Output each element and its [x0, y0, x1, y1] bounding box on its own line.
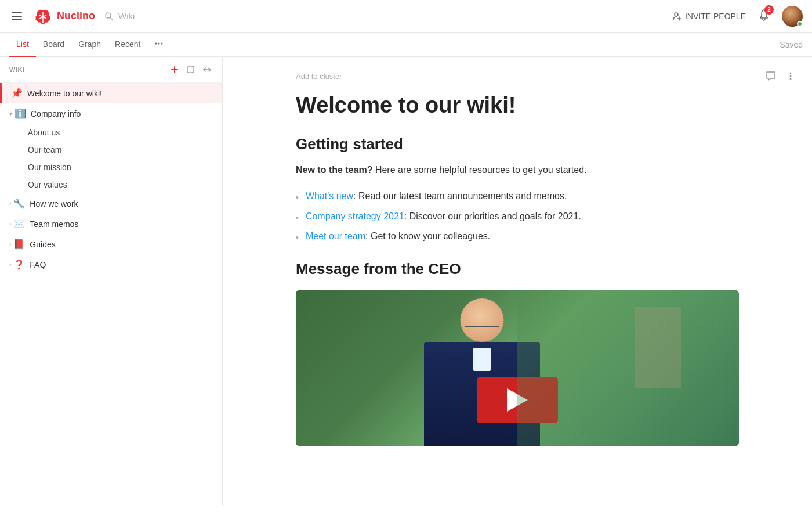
comment-button[interactable]: [763, 69, 778, 86]
sidebar-item-guides[interactable]: › 📕 Guides: [0, 234, 222, 254]
mail-icon: ✉️: [13, 218, 25, 229]
sidebar-item-welcome[interactable]: 📌 Welcome to our wiki!: [0, 83, 222, 103]
list-item: • Meet our team: Get to know your collea…: [296, 226, 739, 246]
chevron-down-icon: ▾: [9, 110, 12, 117]
tabs-more-button[interactable]: [150, 34, 168, 55]
sidebar-item-how-we-work-label: How we work: [30, 199, 204, 208]
meet-team-link[interactable]: Meet our team: [306, 231, 365, 241]
building-overlay: [635, 307, 681, 388]
search-bar[interactable]: Wiki: [104, 11, 135, 21]
content-actions: [763, 69, 798, 86]
intro-text: Here are some helpful resources to get y…: [372, 165, 586, 175]
sidebar-item-our-values-label: Our values: [28, 180, 213, 189]
add-to-cluster[interactable]: Add to cluster: [296, 72, 342, 81]
plus-icon: [170, 65, 179, 74]
sidebar-item-guides-label: Guides: [30, 240, 204, 249]
expand-icon: [186, 65, 195, 74]
invite-icon: [672, 12, 682, 21]
sidebar: WIKI: [0, 57, 223, 506]
sidebar-item-how-we-work[interactable]: › 🔧 How we work: [0, 193, 222, 214]
sidebar-item-team-memos[interactable]: › ✉️ Team memos: [0, 214, 222, 234]
sidebar-add-button[interactable]: [169, 64, 180, 75]
ceo-heading: Message from the CEO: [296, 260, 739, 278]
info-icon: ℹ️: [14, 108, 26, 119]
brain-logo-icon: [34, 8, 52, 24]
tools-icon: 🔧: [13, 198, 25, 209]
sidebar-item-faq[interactable]: › ❓ FAQ: [0, 254, 222, 275]
sidebar-item-about-us[interactable]: About us: [0, 124, 222, 141]
tab-board[interactable]: Board: [36, 33, 71, 57]
logo[interactable]: Nuclino: [34, 8, 95, 24]
list-item-3-content: Meet our team: Get to know your colleagu…: [306, 229, 490, 244]
list-item: • What's new: Read our latest team annou…: [296, 186, 739, 206]
svg-point-11: [158, 42, 160, 44]
list-item-1-content: What's new: Read our latest team announc…: [306, 189, 567, 204]
resources-list: • What's new: Read our latest team annou…: [296, 186, 739, 246]
shirt: [473, 348, 491, 371]
notification-badge: 2: [764, 5, 774, 15]
invite-label: INVITE PEOPLE: [685, 12, 746, 21]
svg-point-7: [675, 13, 678, 16]
app-header: Nuclino Wiki INVITE PEOPLE 2: [0, 0, 812, 33]
bullet-dot-1: •: [296, 191, 299, 204]
page-content: Add to cluster Welcome to our wiki! Gett…: [268, 57, 767, 474]
tab-graph[interactable]: Graph: [71, 33, 108, 57]
invite-people-button[interactable]: INVITE PEOPLE: [672, 12, 746, 21]
svg-line-6: [110, 17, 113, 20]
sidebar-item-our-values[interactable]: Our values: [0, 176, 222, 193]
chevron-right-icon: ›: [9, 200, 11, 207]
more-vertical-icon: [785, 71, 796, 81]
view-tabs: List Board Graph Recent Saved: [0, 33, 812, 57]
sidebar-item-our-mission-label: Our mission: [28, 163, 213, 172]
list-item-1-rest: : Read our latest team announcements and…: [353, 191, 567, 201]
sidebar-item-our-team[interactable]: Our team: [0, 141, 222, 158]
saved-indicator: Saved: [780, 33, 803, 56]
sidebar-item-our-team-label: Our team: [28, 145, 213, 154]
sidebar-item-welcome-label: Welcome to our wiki!: [27, 89, 213, 98]
tab-list[interactable]: List: [9, 33, 36, 57]
avatar-container[interactable]: [782, 6, 803, 27]
whats-new-link[interactable]: What's new: [306, 191, 353, 201]
hamburger-menu[interactable]: [9, 10, 24, 23]
sidebar-item-about-us-label: About us: [28, 128, 213, 137]
sidebar-header: WIKI: [0, 57, 222, 83]
svg-point-12: [161, 42, 163, 44]
search-label: Wiki: [118, 11, 135, 21]
sidebar-item-team-memos-label: Team memos: [30, 219, 204, 229]
collapse-icon: [202, 65, 212, 74]
foliage-overlay: [517, 290, 739, 446]
sidebar-expand-button[interactable]: [185, 64, 197, 75]
svg-point-17: [790, 75, 792, 77]
ceo-video[interactable]: [296, 290, 739, 446]
logo-text: Nuclino: [57, 10, 95, 22]
comment-icon: [766, 71, 776, 81]
bullet-dot-3: •: [296, 231, 299, 244]
chevron-right-icon-guides: ›: [9, 241, 11, 247]
page-title: Welcome to our wiki!: [296, 92, 739, 119]
chevron-right-icon-faq: ›: [9, 261, 11, 268]
notification-button[interactable]: 2: [757, 9, 770, 24]
person-head: [460, 298, 503, 342]
intro-paragraph: New to the team? Here are some helpful r…: [296, 163, 739, 178]
list-item-2-rest: : Discover our priorities and goals for …: [404, 211, 581, 221]
sidebar-item-faq-label: FAQ: [30, 260, 204, 269]
book-icon: 📕: [13, 239, 25, 250]
sidebar-wiki-label: WIKI: [9, 66, 25, 73]
sidebar-item-company-info[interactable]: ▾ ℹ️ Company info: [0, 103, 222, 124]
tab-recent[interactable]: Recent: [108, 33, 147, 57]
more-options-button[interactable]: [783, 69, 798, 86]
glasses-bar: [465, 326, 499, 327]
list-item-2-content: Company strategy 2021: Discover our prio…: [306, 209, 581, 224]
list-item: • Company strategy 2021: Discover our pr…: [296, 207, 739, 226]
svg-point-18: [790, 78, 792, 80]
svg-point-10: [155, 42, 157, 44]
pin-icon: 📌: [11, 88, 23, 99]
sidebar-collapse-button[interactable]: [201, 64, 213, 75]
main-content: Add to cluster Welcome to our wiki! Gett…: [223, 57, 812, 506]
search-icon: [104, 12, 114, 21]
svg-point-16: [790, 73, 792, 74]
company-strategy-link[interactable]: Company strategy 2021: [306, 211, 404, 221]
sidebar-item-our-mission[interactable]: Our mission: [0, 158, 222, 176]
sidebar-actions: [169, 64, 213, 75]
more-dots-icon: [154, 39, 164, 48]
